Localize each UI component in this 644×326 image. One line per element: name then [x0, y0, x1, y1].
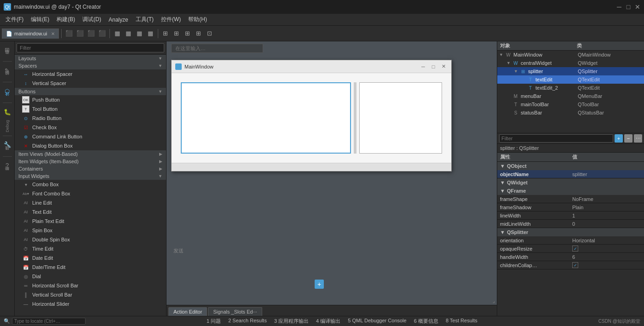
toolbar-btn-3[interactable]: ⬛: [86, 29, 96, 39]
prop-row-handlewidth[interactable]: handleWidth 6: [497, 253, 644, 261]
palette-item-combo-box[interactable]: ▾ Combo Box: [15, 180, 166, 189]
status-summary[interactable]: 6 概要信息: [414, 318, 438, 325]
palette-item-push-button[interactable]: OK Push Button: [15, 95, 166, 104]
preview-minimize[interactable]: ─: [419, 63, 427, 70]
palette-category-input-widgets[interactable]: Input Widgets ▼: [15, 172, 166, 180]
palette-item-plain-text-edit[interactable]: AI Plain Text Edit: [15, 217, 166, 226]
palette-item-check-box[interactable]: ☑ Check Box: [15, 123, 166, 132]
splitter-handle[interactable]: [354, 82, 356, 154]
palette-item-time-edit[interactable]: ⏱ Time Edit: [15, 244, 166, 253]
palette-item-double-spin-box[interactable]: AI Double Spin Box: [15, 235, 166, 244]
palette-item-dialog-button[interactable]: ✕ Dialog Button Box: [15, 141, 166, 150]
designer-canvas[interactable]: + MainWindow ─ □ ✕: [167, 55, 497, 305]
palette-item-vertical-spacer[interactable]: ↕ Vertical Spacer: [15, 79, 166, 88]
status-test[interactable]: 8 Test Results: [446, 318, 477, 325]
canvas-add-button[interactable]: +: [315, 280, 324, 289]
palette-item-h-scrollbar[interactable]: ═ Horizontal Scroll Bar: [15, 281, 166, 290]
palette-category-item-views[interactable]: Item Views (Model-Based) ▶: [15, 150, 166, 158]
close-button[interactable]: ✕: [635, 4, 640, 10]
status-compile-output[interactable]: 4 编译输出: [316, 318, 340, 325]
palette-item-v-scrollbar[interactable]: ║ Vertical Scroll Bar: [15, 290, 166, 299]
toolbar-btn-11[interactable]: ⊞: [183, 29, 193, 39]
preview-maximize[interactable]: □: [429, 63, 437, 70]
palette-item-date-edit[interactable]: 📅 Date Edit: [15, 253, 166, 263]
palette-filter-input[interactable]: [17, 43, 164, 52]
palette-item-radio-button[interactable]: ⊙ Radio Button: [15, 114, 166, 123]
tree-row-centralwidget[interactable]: ▼ W centralWidget QWidget: [497, 59, 644, 67]
menu-debug[interactable]: 调试(D): [79, 15, 105, 24]
maximize-button[interactable]: □: [626, 4, 631, 10]
menu-analyze[interactable]: Analyze: [105, 16, 132, 24]
palette-item-font-combo[interactable]: Ab▾ Font Combo Box: [15, 189, 166, 198]
tree-row-statusbar[interactable]: S statusBar QStatusBar: [497, 109, 644, 117]
toolbar-btn-4[interactable]: ⬛: [97, 29, 107, 39]
palette-item-spin-box[interactable]: AI Spin Box: [15, 226, 166, 235]
tree-row-menubar[interactable]: M menuBar QMenuBar: [497, 92, 644, 100]
menu-help[interactable]: 帮助(H): [184, 15, 211, 24]
toolbar-btn-2[interactable]: ⬛: [75, 29, 85, 39]
icon-bar-help[interactable]: ?: [1, 159, 14, 172]
menu-tools[interactable]: 工具(T): [132, 15, 157, 24]
text-edit-left[interactable]: [181, 82, 351, 154]
prop-cat-qobject[interactable]: ▼ QObject: [497, 162, 644, 170]
prop-remove-button[interactable]: −: [624, 134, 632, 143]
palette-item-datetime-edit[interactable]: 📅 Date/Time Edit: [15, 263, 166, 272]
prop-row-objectname[interactable]: objectName splitter: [497, 170, 644, 178]
file-close-icon[interactable]: ✕: [51, 31, 55, 36]
prop-row-frameshadow[interactable]: frameShadow Plain: [497, 203, 644, 212]
toolbar-btn-13[interactable]: ⊡: [205, 29, 215, 39]
prop-row-midlinewidth[interactable]: midLineWidth 0: [497, 220, 644, 228]
menu-edit[interactable]: 编辑(E): [27, 15, 53, 24]
prop-row-frameshape[interactable]: frameShape NoFrame: [497, 195, 644, 203]
tree-row-textedit[interactable]: T textEdit QTextEdit: [497, 75, 644, 84]
status-app-output[interactable]: 3 应用程序输出: [274, 318, 309, 325]
hint-input[interactable]: [171, 44, 263, 53]
toolbar-btn-8[interactable]: ▦: [145, 29, 155, 39]
icon-bar-edit[interactable]: ✎: [1, 64, 14, 77]
text-edit-right[interactable]: [359, 82, 442, 154]
toolbar-btn-12[interactable]: ⊞: [194, 29, 204, 39]
palette-category-spacers[interactable]: Spacers ▼: [15, 62, 166, 69]
palette-category-buttons[interactable]: Buttons ▼: [15, 88, 166, 95]
tree-row-splitter[interactable]: ▼ ⊞ splitter QSplitter: [497, 67, 644, 75]
status-qml-debugger[interactable]: 5 QML Debugger Console: [348, 318, 406, 325]
prop-options-button[interactable]: ⋯: [634, 134, 642, 143]
palette-item-text-edit[interactable]: AI Text Edit: [15, 207, 166, 217]
palette-item-command-link[interactable]: ⊕ Command Link Button: [15, 132, 166, 141]
toolbar-btn-6[interactable]: ▦: [123, 29, 133, 39]
minimize-button[interactable]: ─: [616, 4, 622, 10]
prop-row-linewidth[interactable]: lineWidth 1: [497, 212, 644, 220]
prop-row-orientation[interactable]: orientation Horizontal: [497, 236, 644, 245]
palette-category-layouts[interactable]: Layouts ▼: [15, 55, 166, 62]
tree-row-toolbar[interactable]: T mainToolBar QToolBar: [497, 100, 644, 109]
palette-item-horizontal-spacer[interactable]: ↔ Horizontal Spacer: [15, 69, 166, 79]
palette-item-tool-button[interactable]: T Tool Button: [15, 104, 166, 114]
tree-row-mainwindow[interactable]: ▼ W MainWindow QMainWindow: [497, 51, 644, 59]
prop-filter-input[interactable]: [499, 134, 613, 143]
prop-add-button[interactable]: +: [615, 134, 623, 143]
file-tab[interactable]: 📄 mainwindow.ui ✕: [2, 29, 59, 39]
toolbar-btn-9[interactable]: ⊞: [161, 29, 171, 39]
menu-build[interactable]: 构建(B): [53, 15, 79, 24]
icon-bar-grid[interactable]: ⊞: [1, 43, 14, 56]
palette-category-containers[interactable]: Containers ▶: [15, 165, 166, 172]
icon-bar-project[interactable]: 🔧: [1, 138, 14, 151]
icon-bar-design[interactable]: ⬡: [1, 85, 14, 97]
toolbar-btn-5[interactable]: ▦: [112, 29, 122, 39]
status-problems[interactable]: 1 问题: [207, 318, 221, 325]
canvas-resize-handle[interactable]: ⌟: [493, 298, 495, 303]
tree-row-textedit2[interactable]: T textEdit_2 QTextEdit: [497, 84, 644, 92]
status-search[interactable]: 2 Search Results: [228, 318, 267, 325]
prop-row-childrencollap[interactable]: childrenCollap… ✓: [497, 261, 644, 269]
palette-item-dial[interactable]: ◎ Dial: [15, 272, 166, 281]
toolbar-btn-7[interactable]: ▦: [134, 29, 144, 39]
menu-controls[interactable]: 控件(W): [157, 15, 184, 24]
preview-close[interactable]: ✕: [439, 63, 448, 70]
opaque-resize-checkbox[interactable]: ✓: [572, 246, 578, 252]
children-collap-checkbox[interactable]: ✓: [572, 262, 578, 268]
locate-input[interactable]: [12, 318, 86, 325]
toolbar-btn-1[interactable]: ⬛: [64, 29, 74, 39]
action-editor-tab[interactable]: Action Editor: [168, 307, 207, 316]
palette-item-h-slider[interactable]: — Horizontal Slider: [15, 299, 166, 309]
palette-item-line-edit[interactable]: AI Line Edit: [15, 198, 166, 207]
